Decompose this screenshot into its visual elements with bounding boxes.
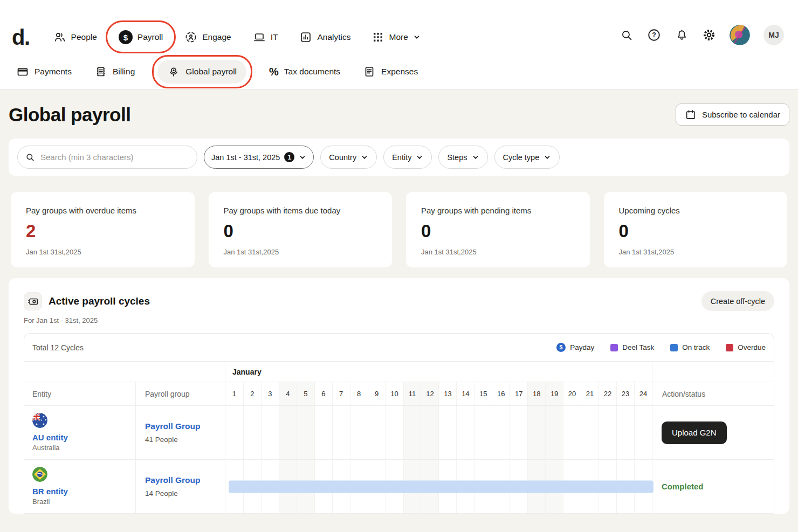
- filter-count-badge: 1: [284, 152, 294, 162]
- subnav-item-payments[interactable]: Payments: [16, 65, 72, 78]
- payroll-sub-nav: Payments Billing Global payroll % Tax do…: [0, 54, 798, 89]
- nav-item-engage[interactable]: Engage: [184, 29, 231, 45]
- country-filter[interactable]: Country: [320, 146, 377, 169]
- settings-gear-icon[interactable]: [702, 28, 716, 42]
- day-header-7: 7: [332, 382, 350, 405]
- stat-card-pending: Pay groups with pending items 0 Jan 1st …: [406, 192, 590, 267]
- chevron-down-icon: [361, 154, 368, 161]
- day-grid: [225, 460, 652, 513]
- legend-label: Deel Task: [622, 343, 654, 351]
- laptop-icon: [253, 31, 266, 44]
- nav-item-label: More: [389, 32, 408, 42]
- day-cell: [616, 406, 634, 459]
- column-header-entity: Entity: [24, 382, 135, 405]
- day-cell: [474, 406, 492, 459]
- initials-avatar[interactable]: MJ: [763, 25, 784, 45]
- search-input-icon: [25, 152, 36, 163]
- table-row-br: BR entity Brazil Payroll Group 14 People…: [24, 460, 774, 514]
- payroll-dollar-icon: $: [119, 30, 133, 44]
- grid-icon: [372, 31, 384, 43]
- day-header-4: 4: [279, 382, 297, 405]
- nav-item-analytics[interactable]: Analytics: [299, 29, 350, 45]
- subnav-item-label: Expenses: [381, 67, 418, 77]
- cycle-type-filter[interactable]: Cycle type: [494, 146, 560, 169]
- day-cell: [634, 406, 652, 459]
- svg-text:$: $: [560, 344, 563, 350]
- stat-value: 2: [26, 223, 180, 240]
- stat-value: 0: [224, 223, 377, 240]
- day-cell: [386, 406, 403, 459]
- filter-bar: Jan 1st - 31st, 2025 1 Country Entity St…: [9, 139, 789, 176]
- payroll-group-link[interactable]: Payroll Group: [145, 422, 225, 431]
- subnav-item-expenses[interactable]: Expenses: [363, 65, 418, 78]
- subnav-item-global-payroll[interactable]: Global payroll: [157, 60, 246, 84]
- day-cell: [456, 406, 474, 459]
- day-cell: [438, 406, 456, 459]
- deel-logo[interactable]: d.: [12, 29, 30, 45]
- cycle-type-filter-label: Cycle type: [503, 153, 540, 162]
- percent-icon: %: [269, 66, 279, 77]
- entity-link[interactable]: BR entity: [32, 487, 135, 496]
- entity-filter[interactable]: Entity: [383, 146, 432, 169]
- day-cell: [403, 406, 421, 459]
- help-icon[interactable]: ?: [647, 28, 661, 42]
- column-header-action-status: Action/status: [652, 382, 774, 405]
- stat-period: Jan 1st 31st,2025: [421, 248, 575, 256]
- banknote-icon: [24, 292, 42, 310]
- section-title: Active payroll cycles: [49, 295, 150, 307]
- top-nav-actions: ? MJ: [620, 25, 784, 45]
- table-row-au: AU entity Australia Payroll Group 41 Peo…: [24, 406, 774, 460]
- day-header-23: 23: [616, 382, 634, 405]
- red-swatch: [726, 344, 733, 351]
- day-cell: [510, 406, 527, 459]
- day-header-14: 14: [456, 382, 474, 405]
- nav-item-payroll[interactable]: $ Payroll: [119, 29, 163, 45]
- nav-item-label: People: [71, 32, 97, 42]
- people-icon: [53, 31, 66, 44]
- month-label: January: [225, 362, 652, 382]
- payroll-group-link[interactable]: Payroll Group: [145, 475, 225, 485]
- search-icon[interactable]: [620, 28, 634, 42]
- date-range-filter[interactable]: Jan 1st - 31st, 2025 1: [204, 146, 314, 169]
- subnav-item-billing[interactable]: Billing: [94, 65, 135, 78]
- blue-swatch: [670, 344, 678, 351]
- day-cell: [581, 406, 598, 459]
- date-range-label: Jan 1st - 31st, 2025: [211, 153, 280, 162]
- main-content: Global payroll Subscribe to calendar Jan…: [0, 103, 798, 514]
- entity-filter-label: Entity: [392, 153, 411, 162]
- user-avatar[interactable]: [730, 25, 750, 45]
- payday-dollar-icon: $: [556, 343, 566, 352]
- nav-item-more[interactable]: More: [372, 29, 420, 45]
- receipt-icon: [94, 65, 107, 78]
- steps-filter[interactable]: Steps: [438, 146, 487, 169]
- legend: $ Payday Deel Task On track Overdu: [556, 343, 766, 352]
- chevron-down-icon: [413, 33, 421, 41]
- day-cell: [297, 406, 314, 459]
- stat-period: Jan 1st 31st,2025: [619, 248, 773, 256]
- upload-g2n-button[interactable]: Upload G2N: [662, 422, 727, 444]
- subnav-item-tax-documents[interactable]: % Tax documents: [269, 66, 340, 77]
- legend-label: Overdue: [738, 343, 766, 351]
- search-input[interactable]: [17, 146, 197, 169]
- legend-overdue: Overdue: [726, 343, 766, 351]
- subscribe-to-calendar-button[interactable]: Subscribe to calendar: [676, 103, 789, 126]
- nav-item-label: Analytics: [317, 32, 350, 42]
- chevron-down-icon: [544, 154, 551, 161]
- nav-item-people[interactable]: People: [53, 29, 97, 45]
- brazil-flag-icon: [32, 467, 47, 482]
- legend-payday: $ Payday: [556, 343, 594, 352]
- nav-item-label: Payroll: [137, 32, 163, 42]
- chevron-down-icon: [472, 154, 479, 161]
- create-off-cycle-button[interactable]: Create off-cycle: [701, 291, 774, 311]
- total-cycles-label: Total 12 Cycles: [32, 343, 84, 352]
- stat-card-due-today: Pay groups with items due today 0 Jan 1s…: [209, 192, 393, 267]
- notifications-bell-icon[interactable]: [675, 28, 689, 42]
- nav-item-it[interactable]: IT: [253, 29, 278, 45]
- cycle-progress-bar[interactable]: [229, 480, 653, 493]
- legend-label: Payday: [570, 343, 594, 351]
- entity-link[interactable]: AU entity: [32, 433, 135, 442]
- primary-nav: People $ Payroll Engage IT Analytics: [53, 29, 421, 45]
- day-cell: [598, 406, 616, 459]
- day-cell: [350, 406, 368, 459]
- table-header-row: Entity Payroll group 1234567891011121314…: [24, 382, 774, 406]
